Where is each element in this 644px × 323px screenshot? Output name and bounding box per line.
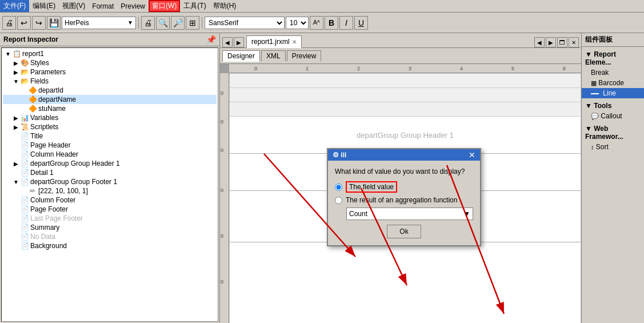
tab-xml[interactable]: XML: [261, 50, 286, 61]
tree-detail[interactable]: 📄 Detail 1: [3, 168, 217, 177]
tree-departid[interactable]: 🔶 departId: [3, 86, 217, 95]
menu-file[interactable]: 文件(F): [0, 0, 29, 12]
panel-title: Report Inspector: [3, 35, 58, 43]
expand-icon[interactable]: ▶: [12, 124, 20, 130]
menu-format[interactable]: Format: [89, 1, 117, 11]
panel-close2[interactable]: ✕: [569, 37, 579, 47]
save-button[interactable]: 💾: [47, 16, 61, 30]
font-size-select[interactable]: 10: [286, 17, 309, 29]
menu-view[interactable]: 视图(V): [59, 0, 89, 12]
section-web-framework-header[interactable]: ▼ Web Framewor...: [582, 123, 644, 142]
radio-option-field-value[interactable]: The field value: [335, 181, 473, 193]
panel-nav2[interactable]: ▶: [546, 37, 556, 47]
expand-icon[interactable]: ▼: [4, 51, 12, 57]
tree-report1[interactable]: ▼ 📋 report1: [3, 49, 217, 58]
tree-parameters[interactable]: ▶ 📂 Parameters: [3, 67, 217, 77]
tree-styles[interactable]: ▶ 🎨 Styles: [3, 58, 217, 67]
dialog[interactable]: ⚙ iii ✕ What kind of value do you want t…: [327, 148, 481, 246]
zoom-out-button[interactable]: 🔎: [171, 16, 185, 30]
zoom-fit-button[interactable]: ⊞: [186, 16, 199, 30]
expand-icon[interactable]: ▼: [12, 78, 20, 85]
band-unused1: [230, 74, 581, 88]
tree-groupheader[interactable]: ▶ 📄 departGroup Group Header 1: [3, 159, 217, 168]
tree-pageheader[interactable]: 📄 Page Header: [3, 141, 217, 150]
tab-preview[interactable]: Preview: [287, 50, 322, 61]
tree-label: No Data: [30, 233, 55, 241]
item-barcode[interactable]: ▦ Barcode: [582, 78, 644, 88]
dialog-close-button[interactable]: ✕: [469, 151, 475, 159]
tree-colfooter[interactable]: 📄 Column Footer: [3, 196, 217, 205]
undo-button[interactable]: ↩: [17, 16, 31, 30]
tree-stuname[interactable]: 🔶 stuName: [3, 104, 217, 113]
tree-groupfooter[interactable]: ▼ 📄 departGroup Group Footer 1: [3, 177, 217, 186]
font-aa-button[interactable]: Aᴬ: [310, 16, 323, 30]
tree-background[interactable]: 📄 Background: [3, 241, 217, 250]
tree-variables[interactable]: ▶ 📊 Variables: [3, 113, 217, 122]
item-line[interactable]: Line: [582, 88, 644, 98]
toolbar-dropdown-arrow[interactable]: ▼: [127, 19, 133, 26]
tab-prev-button[interactable]: ◀: [222, 37, 233, 47]
tab-label: report1.jrxml: [251, 38, 290, 46]
bold-button[interactable]: B: [325, 16, 338, 30]
menu-help[interactable]: 帮助(H): [210, 0, 240, 12]
band-unused2: [230, 88, 581, 102]
menu-edit[interactable]: 编辑(E): [29, 0, 59, 12]
item-line-label: Line: [603, 89, 616, 97]
item-callout[interactable]: 💬 Callout: [582, 111, 644, 121]
item-break[interactable]: Break: [582, 67, 644, 78]
tree-fields[interactable]: ▼ 📂 Fields: [3, 77, 217, 86]
tree-label: Fields: [30, 77, 49, 85]
dialog-title-text: ⚙ iii: [333, 151, 346, 159]
radio-option-aggregation[interactable]: The result of an aggregation function: [335, 196, 473, 204]
expand-icon[interactable]: ▶: [12, 161, 20, 167]
panel-max[interactable]: 🗖: [557, 37, 567, 47]
tree-element[interactable]: ✏ [222, 10, 100, 1]: [3, 186, 217, 196]
tab-designer[interactable]: Designer: [222, 50, 260, 62]
params-icon: 📂: [20, 68, 29, 76]
redo-button[interactable]: ↪: [32, 16, 46, 30]
panel-nav1[interactable]: ◀: [534, 37, 545, 47]
font-name-select[interactable]: SansSerif: [205, 17, 285, 29]
underline-button[interactable]: U: [354, 16, 368, 30]
menu-window[interactable]: 窗口(W): [149, 0, 180, 12]
italic-button[interactable]: I: [339, 16, 353, 30]
section-report-elements-header[interactable]: ▼ Report Eleme...: [582, 49, 644, 67]
zoom-in-button[interactable]: 🔍: [156, 16, 170, 30]
print-button[interactable]: 🖨: [141, 16, 155, 30]
tree-nodata[interactable]: 📄 No Data: [3, 232, 217, 241]
item-sort[interactable]: ↕ Sort: [582, 142, 644, 152]
expand-icon[interactable]: ▶: [12, 60, 20, 66]
tab-next-button[interactable]: ▶: [234, 37, 244, 47]
tree-area: ▼ 📋 report1 ▶ 🎨 Styles ▶ 📂 Parameters ▼ …: [1, 47, 218, 322]
tree-title[interactable]: 📄 Title: [3, 131, 217, 141]
tab-report1[interactable]: report1.jrxml ✕: [246, 35, 302, 48]
radio-aggregation[interactable]: [335, 197, 342, 204]
tree-lastpagefooter[interactable]: 📄 Last Page Footer: [3, 214, 217, 223]
tree-label: Summary: [30, 224, 59, 232]
ok-button[interactable]: Ok: [387, 225, 421, 238]
aggregation-dropdown[interactable]: Count ▼: [346, 208, 473, 220]
panel-pin-icon[interactable]: 📌: [206, 35, 216, 44]
section-tools-header[interactable]: ▼ Tools: [582, 101, 644, 111]
menu-tools[interactable]: 工具(T): [180, 0, 209, 12]
expand-icon[interactable]: ▶: [12, 69, 20, 75]
tree-label: departId: [38, 86, 63, 94]
tree-pagefooter[interactable]: 📄 Page Footer: [3, 205, 217, 214]
band-icon: 📄: [20, 233, 29, 241]
expand-icon[interactable]: ▶: [12, 115, 20, 121]
menu-preview[interactable]: Preview: [117, 1, 149, 11]
designer-canvas[interactable]: 0 1 2 3 4 5 6 7 0 0 0 0 0 0: [220, 64, 581, 323]
new-button[interactable]: 🖨: [2, 16, 16, 30]
tree-scriptlets[interactable]: ▶ 📜 Scriptlets: [3, 122, 217, 131]
ruler-vertical: 0 0 0 0 0 0: [220, 73, 229, 323]
tree-colheader[interactable]: 📄 Column Header: [3, 150, 217, 159]
expand-icon[interactable]: ▼: [12, 179, 20, 185]
tab-close-icon[interactable]: ✕: [292, 39, 297, 45]
canvas-white[interactable]: departGroup Group Header 1 Detail 1 depa…: [229, 73, 581, 323]
tree-summary[interactable]: 📄 Summary: [3, 223, 217, 232]
field-value-label: The field value: [346, 181, 397, 193]
collapse-icon: ▼: [585, 102, 592, 110]
radio-field-value[interactable]: [335, 184, 342, 191]
tree-departname[interactable]: 🔶 departName: [3, 95, 217, 104]
sort-icon: ↕: [591, 143, 594, 150]
